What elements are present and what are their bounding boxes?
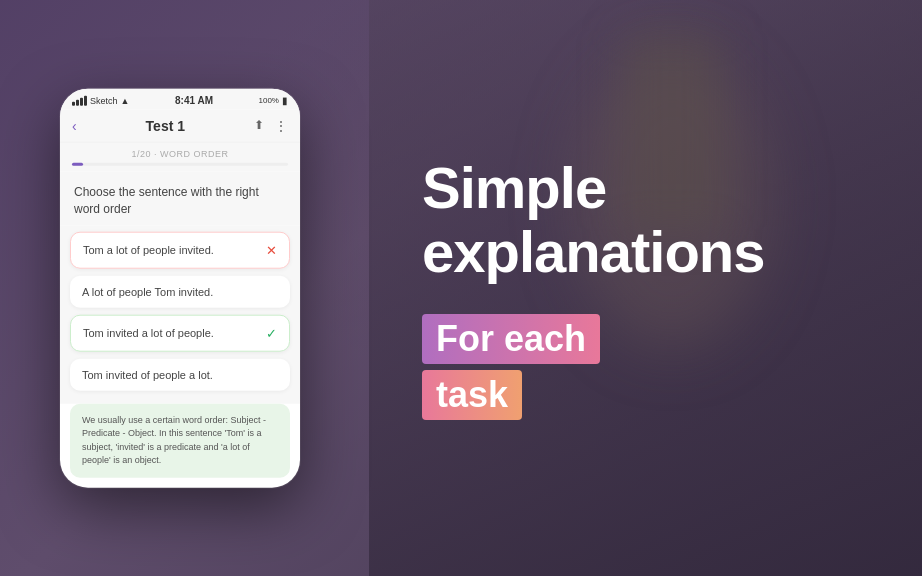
answer-option-2[interactable]: A lot of people Tom invited. (70, 275, 290, 307)
signal-bars (72, 95, 87, 105)
answers-area: Tom a lot of people invited. ✕ A lot of … (60, 225, 300, 403)
signal-bar-4 (84, 95, 87, 105)
headline-line2: explanations (422, 219, 765, 284)
tagline-wrapper: For each task (422, 314, 862, 420)
progress-track (72, 163, 288, 166)
battery-label: 100% (259, 96, 279, 105)
answer-option-4[interactable]: Tom invited of people a lot. (70, 358, 290, 390)
carrier-label: Sketch (90, 95, 118, 105)
phone-mockup: Sketch ▲ 8:41 AM 100% ▮ ‹ Test 1 ⬆ ⋮ (60, 89, 300, 488)
progress-fill (72, 163, 83, 166)
answer-text-4: Tom invited of people a lot. (82, 368, 213, 380)
explanation-box: We usually use a certain word order: Sub… (70, 403, 290, 477)
progress-section: 1/20 · WORD ORDER (60, 143, 300, 172)
nav-icons: ⬆ ⋮ (254, 118, 288, 134)
headline-line1: Simple (422, 155, 606, 220)
share-icon[interactable]: ⬆ (254, 118, 264, 134)
answer-text-1: Tom a lot of people invited. (83, 244, 214, 256)
correct-icon-3: ✓ (266, 325, 277, 340)
question-area: Choose the sentence with the right word … (60, 172, 300, 226)
battery-icon: ▮ (282, 95, 288, 106)
tagline-line1: For each (422, 314, 600, 364)
back-button[interactable]: ‹ (72, 118, 77, 134)
phone-screen: Sketch ▲ 8:41 AM 100% ▮ ‹ Test 1 ⬆ ⋮ (60, 89, 300, 488)
tagline-line2: task (422, 370, 522, 420)
status-left: Sketch ▲ (72, 95, 129, 105)
answer-option-3[interactable]: Tom invited a lot of people. ✓ (70, 314, 290, 351)
signal-bar-3 (80, 97, 83, 105)
progress-label: 1/20 · WORD ORDER (72, 149, 288, 159)
signal-bar-1 (72, 101, 75, 105)
explanation-text: We usually use a certain word order: Sub… (82, 413, 278, 467)
wrong-icon-1: ✕ (266, 242, 277, 257)
right-content: Simple explanations For each task (342, 0, 922, 576)
answer-option-1[interactable]: Tom a lot of people invited. ✕ (70, 231, 290, 268)
question-text: Choose the sentence with the right word … (74, 184, 286, 218)
more-icon[interactable]: ⋮ (274, 118, 288, 134)
headline: Simple explanations (422, 156, 862, 284)
answer-text-3: Tom invited a lot of people. (83, 327, 214, 339)
status-bar: Sketch ▲ 8:41 AM 100% ▮ (60, 89, 300, 110)
nav-bar: ‹ Test 1 ⬆ ⋮ (60, 110, 300, 143)
wifi-icon: ▲ (121, 95, 130, 105)
answer-text-2: A lot of people Tom invited. (82, 285, 213, 297)
status-time: 8:41 AM (175, 95, 213, 106)
signal-bar-2 (76, 99, 79, 105)
status-right: 100% ▮ (259, 95, 288, 106)
page-container: Sketch ▲ 8:41 AM 100% ▮ ‹ Test 1 ⬆ ⋮ (0, 0, 922, 576)
nav-title: Test 1 (146, 118, 185, 134)
